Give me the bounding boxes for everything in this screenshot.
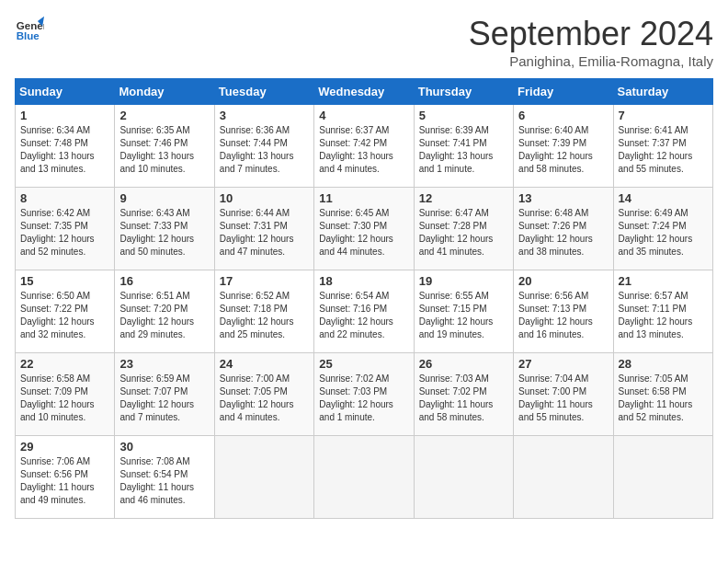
day-info: Sunrise: 6:43 AMSunset: 7:33 PMDaylight:…: [119, 207, 209, 259]
calendar-cell: 4 Sunrise: 6:37 AMSunset: 7:42 PMDayligh…: [314, 105, 414, 188]
day-info: Sunrise: 6:37 AMSunset: 7:42 PMDaylight:…: [319, 124, 408, 176]
calendar-cell: 14 Sunrise: 6:49 AMSunset: 7:24 PMDaylig…: [613, 188, 712, 270]
calendar-cell: 7 Sunrise: 6:41 AMSunset: 7:37 PMDayligh…: [613, 105, 712, 188]
day-info: Sunrise: 6:41 AMSunset: 7:37 PMDaylight:…: [619, 124, 708, 176]
day-number: 6: [518, 109, 608, 122]
day-info: Sunrise: 6:54 AMSunset: 7:16 PMDaylight:…: [319, 290, 408, 341]
day-info: Sunrise: 6:56 AMSunset: 7:13 PMDaylight:…: [518, 290, 608, 341]
day-info: Sunrise: 6:52 AMSunset: 7:18 PMDaylight:…: [220, 290, 309, 341]
day-info: Sunrise: 7:05 AMSunset: 6:58 PMDaylight:…: [619, 373, 708, 424]
col-thursday: Thursday: [414, 79, 513, 105]
day-number: 15: [20, 274, 109, 288]
day-number: 18: [319, 274, 408, 288]
day-info: Sunrise: 6:58 AMSunset: 7:09 PMDaylight:…: [20, 373, 109, 424]
calendar-cell: 28 Sunrise: 7:05 AMSunset: 6:58 PMDaylig…: [613, 353, 712, 436]
day-number: 17: [220, 274, 309, 288]
calendar-cell: 10 Sunrise: 6:44 AMSunset: 7:31 PMDaylig…: [214, 188, 313, 270]
calendar-cell: 26 Sunrise: 7:03 AMSunset: 7:02 PMDaylig…: [414, 353, 513, 436]
day-info: Sunrise: 6:45 AMSunset: 7:30 PMDaylight:…: [319, 207, 408, 259]
day-number: 12: [419, 191, 508, 205]
day-number: 19: [419, 274, 508, 288]
week-row-3: 15 Sunrise: 6:50 AMSunset: 7:22 PMDaylig…: [16, 270, 713, 353]
day-info: Sunrise: 6:47 AMSunset: 7:28 PMDaylight:…: [419, 207, 508, 259]
calendar-table: Sunday Monday Tuesday Wednesday Thursday…: [15, 78, 713, 519]
day-info: Sunrise: 6:50 AMSunset: 7:22 PMDaylight:…: [20, 290, 109, 341]
calendar-cell: 16 Sunrise: 6:51 AMSunset: 7:20 PMDaylig…: [115, 270, 214, 353]
calendar-cell: [214, 436, 313, 519]
week-row-4: 22 Sunrise: 6:58 AMSunset: 7:09 PMDaylig…: [16, 353, 713, 436]
col-friday: Friday: [514, 79, 613, 105]
col-monday: Monday: [115, 79, 214, 105]
day-number: 13: [518, 191, 608, 205]
day-info: Sunrise: 6:48 AMSunset: 7:26 PMDaylight:…: [518, 207, 608, 259]
calendar-cell: 24 Sunrise: 7:00 AMSunset: 7:05 PMDaylig…: [214, 353, 313, 436]
day-info: Sunrise: 6:40 AMSunset: 7:39 PMDaylight:…: [518, 124, 608, 176]
day-info: Sunrise: 6:44 AMSunset: 7:31 PMDaylight:…: [220, 207, 309, 259]
calendar-cell: [314, 436, 414, 519]
day-number: 25: [319, 357, 408, 371]
day-number: 9: [119, 191, 209, 205]
calendar-cell: 9 Sunrise: 6:43 AMSunset: 7:33 PMDayligh…: [115, 188, 214, 270]
day-number: 5: [419, 109, 508, 122]
day-number: 21: [619, 274, 708, 288]
day-info: Sunrise: 6:59 AMSunset: 7:07 PMDaylight:…: [119, 373, 209, 424]
day-info: Sunrise: 7:06 AMSunset: 6:56 PMDaylight:…: [20, 455, 109, 507]
day-number: 30: [119, 440, 209, 454]
day-info: Sunrise: 6:34 AMSunset: 7:48 PMDaylight:…: [20, 124, 109, 176]
day-number: 3: [220, 109, 309, 122]
calendar-cell: 8 Sunrise: 6:42 AMSunset: 7:35 PMDayligh…: [16, 188, 115, 270]
calendar-cell: [514, 436, 613, 519]
day-info: Sunrise: 6:39 AMSunset: 7:41 PMDaylight:…: [419, 124, 508, 176]
day-number: 11: [319, 191, 408, 205]
day-number: 7: [619, 109, 708, 122]
title-block: September 2024 Panighina, Emilia-Romagna…: [469, 15, 713, 69]
day-number: 23: [119, 357, 209, 371]
calendar-cell: 19 Sunrise: 6:55 AMSunset: 7:15 PMDaylig…: [414, 270, 513, 353]
day-number: 27: [518, 357, 608, 371]
day-number: 10: [220, 191, 309, 205]
month-title: September 2024: [469, 15, 713, 53]
calendar-cell: 6 Sunrise: 6:40 AMSunset: 7:39 PMDayligh…: [514, 105, 613, 188]
day-number: 14: [619, 191, 708, 205]
calendar-cell: 23 Sunrise: 6:59 AMSunset: 7:07 PMDaylig…: [115, 353, 214, 436]
day-info: Sunrise: 6:51 AMSunset: 7:20 PMDaylight:…: [119, 290, 209, 341]
day-number: 29: [20, 440, 109, 454]
calendar-cell: 18 Sunrise: 6:54 AMSunset: 7:16 PMDaylig…: [314, 270, 414, 353]
calendar-cell: 15 Sunrise: 6:50 AMSunset: 7:22 PMDaylig…: [16, 270, 115, 353]
day-info: Sunrise: 6:55 AMSunset: 7:15 PMDaylight:…: [419, 290, 508, 341]
day-number: 20: [518, 274, 608, 288]
calendar-cell: 1 Sunrise: 6:34 AMSunset: 7:48 PMDayligh…: [16, 105, 115, 188]
calendar-cell: 2 Sunrise: 6:35 AMSunset: 7:46 PMDayligh…: [115, 105, 214, 188]
header-row: Sunday Monday Tuesday Wednesday Thursday…: [16, 79, 713, 105]
col-tuesday: Tuesday: [214, 79, 313, 105]
day-number: 16: [119, 274, 209, 288]
calendar-cell: 3 Sunrise: 6:36 AMSunset: 7:44 PMDayligh…: [214, 105, 313, 188]
col-saturday: Saturday: [613, 79, 712, 105]
calendar-cell: 30 Sunrise: 7:08 AMSunset: 6:54 PMDaylig…: [115, 436, 214, 519]
day-info: Sunrise: 6:36 AMSunset: 7:44 PMDaylight:…: [220, 124, 309, 176]
day-number: 2: [119, 109, 209, 122]
day-number: 26: [419, 357, 508, 371]
week-row-1: 1 Sunrise: 6:34 AMSunset: 7:48 PMDayligh…: [16, 105, 713, 188]
calendar-cell: 13 Sunrise: 6:48 AMSunset: 7:26 PMDaylig…: [514, 188, 613, 270]
day-info: Sunrise: 7:00 AMSunset: 7:05 PMDaylight:…: [220, 373, 309, 424]
page-header: General Blue September 2024 Panighina, E…: [15, 15, 713, 69]
day-number: 8: [20, 191, 109, 205]
col-sunday: Sunday: [16, 79, 115, 105]
day-number: 4: [319, 109, 408, 122]
location-subtitle: Panighina, Emilia-Romagna, Italy: [469, 53, 713, 69]
col-wednesday: Wednesday: [314, 79, 414, 105]
day-info: Sunrise: 7:08 AMSunset: 6:54 PMDaylight:…: [119, 455, 209, 507]
calendar-cell: 5 Sunrise: 6:39 AMSunset: 7:41 PMDayligh…: [414, 105, 513, 188]
calendar-cell: 25 Sunrise: 7:02 AMSunset: 7:03 PMDaylig…: [314, 353, 414, 436]
day-info: Sunrise: 6:42 AMSunset: 7:35 PMDaylight:…: [20, 207, 109, 259]
week-row-5: 29 Sunrise: 7:06 AMSunset: 6:56 PMDaylig…: [16, 436, 713, 519]
day-number: 1: [20, 109, 109, 122]
calendar-cell: 29 Sunrise: 7:06 AMSunset: 6:56 PMDaylig…: [16, 436, 115, 519]
calendar-cell: 20 Sunrise: 6:56 AMSunset: 7:13 PMDaylig…: [514, 270, 613, 353]
calendar-cell: [613, 436, 712, 519]
calendar-cell: 17 Sunrise: 6:52 AMSunset: 7:18 PMDaylig…: [214, 270, 313, 353]
day-info: Sunrise: 7:03 AMSunset: 7:02 PMDaylight:…: [419, 373, 508, 424]
week-row-2: 8 Sunrise: 6:42 AMSunset: 7:35 PMDayligh…: [16, 188, 713, 270]
calendar-cell: [414, 436, 513, 519]
